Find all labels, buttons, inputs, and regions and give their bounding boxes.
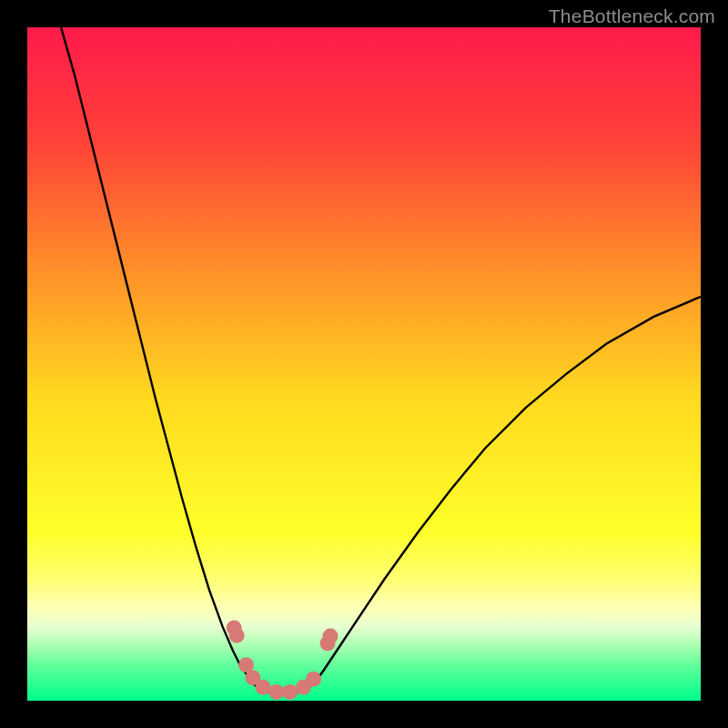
watermark-text: TheBottleneck.com <box>549 5 715 27</box>
curve-line <box>61 27 701 694</box>
chart-frame: TheBottleneck.com <box>0 0 728 728</box>
data-marker <box>256 680 271 695</box>
data-marker <box>282 684 298 700</box>
marker-group <box>227 621 339 700</box>
data-marker <box>229 628 245 643</box>
data-marker <box>306 672 321 687</box>
data-marker <box>323 628 339 643</box>
plot-area <box>27 27 701 701</box>
bottleneck-curve <box>27 27 701 701</box>
data-marker <box>268 684 284 700</box>
